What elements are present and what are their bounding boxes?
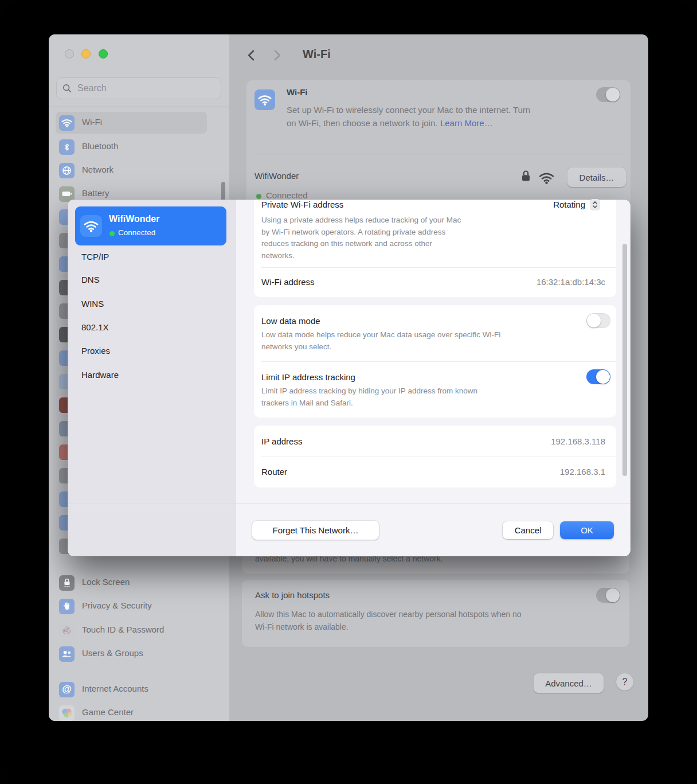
limit-ip-description-2: trackers in Mail and Safari. xyxy=(261,399,353,407)
hotspots-description-2: Wi-Fi network is available. xyxy=(255,622,348,631)
sidebar-item-wifi[interactable]: Wi-Fi xyxy=(56,112,207,134)
sidebar-item-label: Network xyxy=(82,165,113,174)
dialog-tab-wins[interactable]: WINS xyxy=(81,299,104,309)
hand-icon xyxy=(59,599,75,614)
ip-address-value: 192.168.3.118 xyxy=(551,436,605,446)
close-button[interactable] xyxy=(65,49,74,58)
fingerprint-icon xyxy=(59,623,75,638)
minimize-button[interactable] xyxy=(81,49,91,58)
search-icon xyxy=(62,84,72,93)
limit-ip-description: Limit IP address tracking by hiding your… xyxy=(261,387,477,395)
users-icon xyxy=(59,646,75,662)
ip-address-label: IP address xyxy=(261,436,302,446)
learn-more-link[interactable]: Learn More… xyxy=(440,118,493,128)
hotspots-title: Ask to join hotspots xyxy=(255,590,330,600)
wifi-card-description-2: on Wi-Fi, then choose a network to join.… xyxy=(287,118,493,128)
cancel-button[interactable]: Cancel xyxy=(503,521,553,539)
at-sign-icon: @ xyxy=(59,682,75,697)
low-data-description-2: networks you select. xyxy=(261,342,331,351)
wifi-icon xyxy=(80,215,102,237)
wifi-address-value: 16:32:1a:db:14:3c xyxy=(537,277,605,287)
dialog-tab-dns[interactable]: DNS xyxy=(81,275,100,284)
wifi-app-icon xyxy=(254,89,275,110)
limit-ip-toggle[interactable] xyxy=(586,369,610,384)
private-address-label: Private Wi-Fi address xyxy=(261,200,343,209)
forward-button[interactable] xyxy=(274,50,281,63)
private-address-value[interactable]: Rotating xyxy=(553,200,585,209)
wifi-card: Wi-Fi Set up Wi-Fi to wirelessly connect… xyxy=(246,80,631,208)
hotspots-toggle[interactable] xyxy=(596,588,620,603)
sidebar-item-label: Privacy & Security xyxy=(82,600,152,610)
dialog-tab-8021x[interactable]: 802.1X xyxy=(81,322,109,332)
network-name: WifiWonder xyxy=(254,171,299,181)
sidebar-divider xyxy=(49,107,229,107)
sidebar-item-label: Users & Groups xyxy=(82,648,143,658)
game-center-icon xyxy=(59,705,75,721)
dialog-tab-hardware[interactable]: Hardware xyxy=(81,370,119,380)
router-value: 192.168.3.1 xyxy=(560,467,605,477)
sidebar-item-internet-accounts[interactable]: @ Internet Accounts xyxy=(56,678,207,700)
sidebar-item-label: Touch ID & Password xyxy=(82,625,164,634)
private-address-description-4: networks. xyxy=(261,251,295,260)
sidebar-item-label: Lock Screen xyxy=(82,577,130,587)
sidebar-item-privacy-security[interactable]: Privacy & Security xyxy=(56,595,207,617)
stepper-chevrons-icon[interactable] xyxy=(590,199,600,210)
hotspots-description: Allow this Mac to automatically discover… xyxy=(255,610,522,619)
low-data-toggle[interactable] xyxy=(586,313,610,328)
bluetooth-icon xyxy=(59,139,75,155)
dialog-tab-tcpip[interactable]: TCP/IP xyxy=(81,252,109,262)
sidebar-item-users-groups[interactable]: Users & Groups xyxy=(56,643,207,665)
low-data-description: Low data mode helps reduce your Mac data… xyxy=(261,330,500,339)
private-address-description-2: by Wi-Fi network operators. A rotating p… xyxy=(261,228,445,236)
search-field[interactable] xyxy=(56,77,221,99)
search-input[interactable] xyxy=(76,83,208,94)
zoom-button[interactable] xyxy=(99,49,108,58)
sidebar-item-label: Battery xyxy=(82,188,109,198)
page-title: Wi-Fi xyxy=(303,48,331,61)
wifi-address-label: Wi-Fi address xyxy=(261,277,315,287)
sidebar-item-lock-screen[interactable]: Lock Screen xyxy=(56,572,207,594)
screen: Wi-Fi Bluetooth Network xyxy=(0,0,697,784)
connected-dot-icon xyxy=(109,231,115,236)
globe-icon xyxy=(59,163,75,178)
advanced-button[interactable]: Advanced… xyxy=(534,673,604,693)
dialog-selected-network[interactable]: WifiWonder Connected xyxy=(75,206,226,245)
sidebar-item-game-center[interactable]: Game Center xyxy=(56,702,207,721)
sidebar-item-label: Bluetooth xyxy=(82,141,118,151)
sidebar-item-label: Wi-Fi xyxy=(82,117,102,127)
sidebar-item-network[interactable]: Network xyxy=(56,159,207,181)
details-button[interactable]: Details… xyxy=(567,167,626,187)
dialog-sidebar: WifiWonder Connected TCP/IP DNS WINS 802… xyxy=(68,200,236,556)
wifi-card-title: Wi-Fi xyxy=(287,87,308,97)
wifi-icon xyxy=(59,115,75,131)
sidebar-item-bluetooth[interactable]: Bluetooth xyxy=(56,136,207,158)
ok-button[interactable]: OK xyxy=(560,521,614,539)
help-button[interactable]: ? xyxy=(616,673,633,691)
sidebar-item-label: Internet Accounts xyxy=(82,684,148,693)
hotspots-card: Ask to join hotspots Allow this Mac to a… xyxy=(242,580,629,647)
limit-ip-label: Limit IP address tracking xyxy=(261,372,355,382)
dialog-network-name: WifiWonder xyxy=(109,214,159,224)
private-address-card: Private Wi-Fi address Rotating Using a p… xyxy=(254,200,616,297)
private-address-description-3: reduces tracking on this network and acr… xyxy=(261,239,432,248)
connected-dot-icon xyxy=(256,194,261,199)
forget-network-button[interactable]: Forget This Network… xyxy=(252,521,379,540)
dialog-network-status: Connected xyxy=(118,228,155,237)
network-status: Connected xyxy=(266,190,308,200)
low-data-label: Low data mode xyxy=(261,316,320,326)
sidebar-item-touch-id[interactable]: Touch ID & Password xyxy=(56,619,207,641)
dialog-tab-proxies[interactable]: Proxies xyxy=(81,346,110,356)
dialog-footer-divider xyxy=(68,504,631,504)
data-options-card: Low data mode Low data mode helps reduce… xyxy=(254,305,616,418)
private-address-description: Using a private address helps reduce tra… xyxy=(261,216,461,224)
wifi-card-description: Set up Wi-Fi to wirelessly connect your … xyxy=(287,105,530,115)
router-label: Router xyxy=(261,467,287,477)
wifi-toggle[interactable] xyxy=(596,87,620,102)
sidebar-item-label: Game Center xyxy=(82,707,134,717)
back-button[interactable] xyxy=(248,50,254,63)
network-details-dialog: WifiWonder Connected TCP/IP DNS WINS 802… xyxy=(68,200,631,556)
wifi-signal-icon xyxy=(539,172,554,186)
ip-card: IP address 192.168.3.118 Router 192.168.… xyxy=(254,426,616,487)
lock-icon xyxy=(521,169,531,185)
dialog-scrollbar[interactable] xyxy=(622,244,627,476)
